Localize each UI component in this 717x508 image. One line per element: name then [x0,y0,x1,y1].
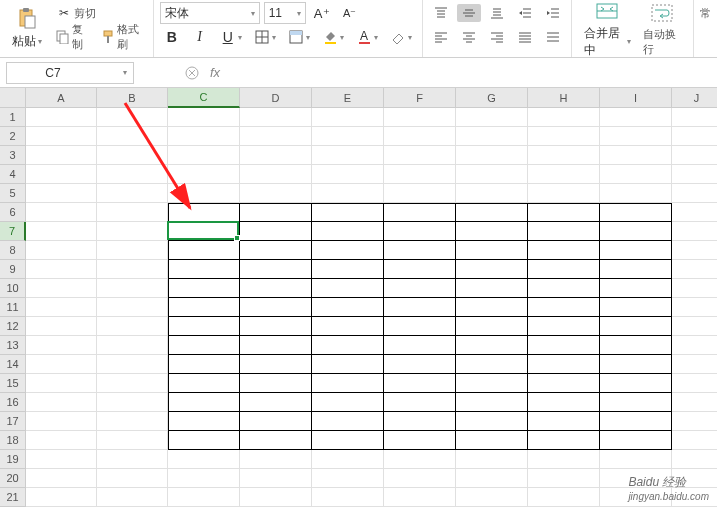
cell[interactable] [168,469,240,488]
cell[interactable] [312,146,384,165]
cell[interactable] [528,127,600,146]
cell[interactable] [672,184,717,203]
cell[interactable] [384,317,456,336]
cell[interactable] [600,336,672,355]
column-header[interactable]: F [384,88,456,108]
cell[interactable] [672,127,717,146]
cell[interactable] [456,222,528,241]
increase-indent-button[interactable] [541,4,565,22]
cell[interactable] [97,431,168,450]
cell[interactable] [528,336,600,355]
cell[interactable] [672,108,717,127]
cell[interactable] [384,412,456,431]
cell[interactable] [456,374,528,393]
cell[interactable] [97,355,168,374]
cell[interactable] [528,374,600,393]
cell[interactable] [97,298,168,317]
cell[interactable] [97,146,168,165]
cell[interactable] [26,279,97,298]
cell[interactable] [97,450,168,469]
row-header[interactable]: 8 [0,241,26,260]
cell[interactable] [312,241,384,260]
cell[interactable] [528,260,600,279]
row-header[interactable]: 16 [0,393,26,412]
cell[interactable] [312,165,384,184]
row-header[interactable]: 18 [0,431,26,450]
cell[interactable] [312,203,384,222]
row-header[interactable]: 4 [0,165,26,184]
row-header[interactable]: 1 [0,108,26,127]
cell[interactable] [168,260,240,279]
cell[interactable] [312,184,384,203]
cell[interactable] [600,184,672,203]
cell[interactable] [168,165,240,184]
cell[interactable] [672,260,717,279]
font-color-button[interactable]: A▾ [352,28,382,46]
cell[interactable] [240,279,312,298]
cell[interactable] [26,393,97,412]
cell[interactable] [384,393,456,412]
fill-color-button[interactable]: ▾ [318,28,348,46]
cell[interactable] [26,450,97,469]
cell[interactable] [528,108,600,127]
align-distribute-button[interactable] [541,28,565,46]
cell[interactable] [26,203,97,222]
merge-center-button[interactable]: 合并居中▾ [578,0,637,61]
cell[interactable] [312,317,384,336]
cell[interactable] [672,393,717,412]
cell[interactable] [456,412,528,431]
name-box-input[interactable] [13,66,93,80]
row-header[interactable]: 13 [0,336,26,355]
align-center-button[interactable] [457,28,481,46]
cell[interactable] [168,108,240,127]
cell[interactable] [26,412,97,431]
spreadsheet-grid[interactable]: ABCDEFGHIJ 12345678910111213141516171819… [0,88,717,508]
cell[interactable] [672,222,717,241]
cell[interactable] [456,184,528,203]
cell[interactable] [600,279,672,298]
cell[interactable] [600,165,672,184]
cell[interactable] [528,241,600,260]
cell[interactable] [168,146,240,165]
cell[interactable] [528,431,600,450]
cell[interactable] [384,450,456,469]
cell[interactable] [168,279,240,298]
cell[interactable] [97,393,168,412]
cell[interactable] [312,431,384,450]
cell[interactable] [26,488,97,507]
increase-font-button[interactable]: A⁺ [310,4,334,22]
fx-icon[interactable]: fx [210,65,220,80]
cell[interactable] [240,127,312,146]
cell[interactable] [240,393,312,412]
cell[interactable] [97,260,168,279]
row-header[interactable]: 15 [0,374,26,393]
cell[interactable] [600,222,672,241]
row-header[interactable]: 20 [0,469,26,488]
row-header[interactable]: 14 [0,355,26,374]
cell[interactable] [168,431,240,450]
cell[interactable] [528,317,600,336]
cell[interactable] [384,108,456,127]
cell[interactable] [97,241,168,260]
cell[interactable] [672,374,717,393]
cancel-icon[interactable] [184,65,200,81]
cell[interactable] [672,203,717,222]
align-left-button[interactable] [429,28,453,46]
cell[interactable] [528,488,600,507]
align-bottom-button[interactable] [485,4,509,22]
cell[interactable] [528,469,600,488]
cell[interactable] [456,165,528,184]
column-header[interactable]: J [672,88,717,108]
cell[interactable] [672,336,717,355]
cell[interactable] [240,184,312,203]
cell[interactable] [26,108,97,127]
cell[interactable] [456,298,528,317]
cell[interactable] [26,355,97,374]
cell[interactable] [528,184,600,203]
cell[interactable] [384,203,456,222]
cell[interactable] [528,393,600,412]
cell[interactable] [528,279,600,298]
cell-style-button[interactable]: ▾ [284,28,314,46]
format-painter-button[interactable]: 格式刷 [97,21,147,53]
cell[interactable] [456,431,528,450]
